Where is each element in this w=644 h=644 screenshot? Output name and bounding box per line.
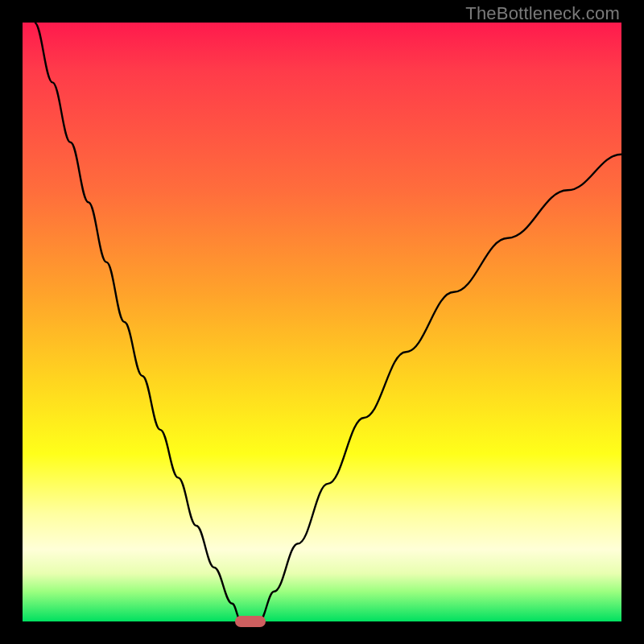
chart-curves: [23, 23, 621, 621]
optimum-marker: [235, 616, 266, 627]
chart-frame: [23, 23, 621, 621]
watermark-text: TheBottleneck.com: [465, 3, 620, 24]
left-branch-curve: [35, 23, 242, 621]
right-branch-curve: [259, 155, 621, 621]
